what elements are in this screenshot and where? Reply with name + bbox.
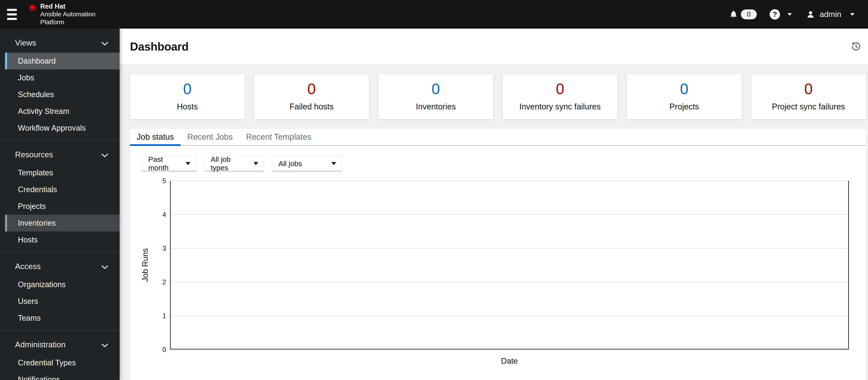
tab-job-status[interactable]: Job status [130, 129, 181, 145]
nav-section-header-resources[interactable]: Resources [0, 148, 120, 162]
dashboard-content: 0Hosts0Failed hosts0Inventories0Inventor… [120, 65, 868, 380]
brand-logo[interactable]: Red Hat Ansible Automation Platform [27, 3, 96, 26]
top-bar: Red Hat Ansible Automation Platform 0 ? … [0, 0, 868, 29]
tab-recent-jobs[interactable]: Recent Jobs [181, 129, 239, 145]
chart-plot-area [170, 181, 849, 349]
sidebar-item-users[interactable]: Users [5, 293, 120, 310]
chart-y-tick-label: 3 [130, 245, 166, 252]
main-area: Dashboard 0Hosts0Failed hosts0Inventorie… [120, 29, 868, 380]
caret-down-icon [186, 162, 190, 165]
product-name-line1: Ansible Automation [40, 10, 96, 18]
user-menu-label[interactable]: admin [819, 10, 841, 19]
caret-down-icon [253, 162, 258, 165]
sidebar-item-activity-stream[interactable]: Activity Stream [5, 103, 120, 120]
history-icon[interactable] [851, 41, 861, 51]
sidebar-item-teams[interactable]: Teams [5, 310, 120, 326]
filter-job-type-select[interactable]: All job types [205, 156, 264, 171]
nav-list: Credential TypesNotifications [0, 354, 120, 380]
red-hat-fedora-icon [27, 3, 38, 13]
summary-card-value[interactable]: 0 [432, 81, 440, 97]
sidebar-item-workflow-approvals[interactable]: Workflow Approvals [5, 120, 120, 136]
page-header: Dashboard [120, 29, 868, 65]
nav-section-label: Views [15, 38, 36, 47]
chart-y-axis-title: Job Runs [138, 181, 153, 349]
sidebar-item-schedules[interactable]: Schedules [5, 86, 120, 103]
sidebar-item-credential-types[interactable]: Credential Types [5, 354, 120, 371]
sidebar-item-organizations[interactable]: Organizations [5, 276, 120, 293]
chart-gridline [170, 214, 848, 215]
chart-y-tick-label: 1 [130, 312, 166, 320]
job-status-panel: Job statusRecent JobsRecent Templates Pa… [130, 129, 866, 380]
sidebar-item-jobs[interactable]: Jobs [5, 69, 120, 86]
user-caret-down-icon[interactable] [850, 13, 855, 16]
filter-job-select[interactable]: All jobs [272, 156, 342, 171]
nav-section-label: Access [15, 262, 41, 271]
sidebar-item-dashboard[interactable]: Dashboard [5, 53, 120, 69]
nav-section-access: AccessOrganizationsUsersTeams [0, 252, 120, 330]
product-name-line2: Platform [40, 18, 96, 26]
nav-section-header-administration[interactable]: Administration [0, 338, 120, 352]
summary-card-inventories[interactable]: 0Inventories [378, 74, 493, 119]
summary-card-label: Projects [670, 102, 699, 111]
chart-gridline [170, 248, 848, 248]
chevron-down-icon [101, 262, 108, 271]
sidebar-item-credentials[interactable]: Credentials [5, 181, 120, 198]
filter-selected-value: Past month [148, 155, 177, 172]
user-icon[interactable] [806, 10, 815, 19]
notifications-count-badge[interactable]: 0 [741, 9, 757, 19]
nav-section-views: ViewsDashboardJobsSchedulesActivity Stre… [0, 29, 120, 140]
summary-card-label: Inventories [416, 102, 456, 111]
filters-row: Past monthAll job typesAll jobs [142, 156, 866, 171]
chart-y-tick-label: 4 [130, 211, 166, 218]
summary-card-value[interactable]: 0 [308, 81, 316, 97]
nav-section-label: Resources [15, 150, 53, 159]
chart-gridline [170, 282, 848, 282]
sidebar-nav: ViewsDashboardJobsSchedulesActivity Stre… [0, 29, 120, 380]
notifications-bell-icon[interactable] [730, 10, 737, 19]
summary-card-projects[interactable]: 0Projects [627, 74, 742, 119]
sidebar-item-templates[interactable]: Templates [5, 165, 120, 181]
nav-list: DashboardJobsSchedulesActivity StreamWor… [0, 53, 120, 136]
nav-section-resources: ResourcesTemplatesCredentialsProjectsInv… [0, 140, 120, 252]
summary-card-inventory-sync-failures[interactable]: 0Inventory sync failures [503, 74, 617, 119]
job-runs-chart: Job Runs Date 012345 [130, 181, 866, 379]
nav-list: TemplatesCredentialsProjectsInventoriesH… [0, 165, 120, 248]
brand-name: Red Hat [40, 3, 96, 10]
chevron-down-icon [101, 38, 108, 47]
chart-gridline [170, 315, 848, 316]
filter-quick-date-range-select[interactable]: Past month [142, 156, 196, 171]
summary-card-label: Project sync failures [772, 102, 845, 111]
sidebar-item-projects[interactable]: Projects [5, 198, 120, 215]
summary-card-hosts[interactable]: 0Hosts [130, 74, 245, 119]
sidebar-item-notifications[interactable]: Notifications [5, 371, 120, 380]
nav-section-label: Administration [15, 340, 65, 349]
chart-y-tick-label: 5 [130, 177, 166, 185]
chevron-down-icon [101, 150, 108, 159]
chevron-down-icon [101, 340, 108, 349]
tab-recent-templates[interactable]: Recent Templates [239, 129, 318, 145]
chart-gridline [170, 180, 848, 181]
summary-card-value[interactable]: 0 [556, 81, 564, 97]
nav-toggle-button[interactable] [7, 9, 17, 20]
summary-card-value[interactable]: 0 [183, 81, 191, 97]
filter-selected-value: All job types [211, 155, 245, 172]
help-icon[interactable]: ? [770, 9, 780, 20]
summary-card-label: Inventory sync failures [520, 102, 601, 111]
sidebar-item-inventories[interactable]: Inventories [5, 215, 120, 232]
summary-card-failed-hosts[interactable]: 0Failed hosts [254, 74, 369, 119]
caret-down-icon [331, 162, 336, 165]
summary-card-label: Failed hosts [290, 102, 334, 111]
summary-card-value[interactable]: 0 [804, 81, 813, 97]
help-caret-down-icon[interactable] [787, 13, 792, 16]
filter-selected-value: All jobs [278, 160, 302, 168]
nav-section-header-views[interactable]: Views [0, 36, 120, 50]
tab-bar: Job statusRecent JobsRecent Templates [130, 129, 866, 146]
page-title: Dashboard [130, 40, 188, 53]
summary-cards-row: 0Hosts0Failed hosts0Inventories0Inventor… [130, 74, 866, 119]
sidebar-item-hosts[interactable]: Hosts [5, 232, 120, 248]
nav-section-header-access[interactable]: Access [0, 260, 120, 274]
summary-card-value[interactable]: 0 [680, 81, 688, 97]
summary-card-label: Hosts [177, 102, 198, 111]
nav-list: OrganizationsUsersTeams [0, 276, 120, 326]
summary-card-project-sync-failures[interactable]: 0Project sync failures [751, 74, 866, 119]
